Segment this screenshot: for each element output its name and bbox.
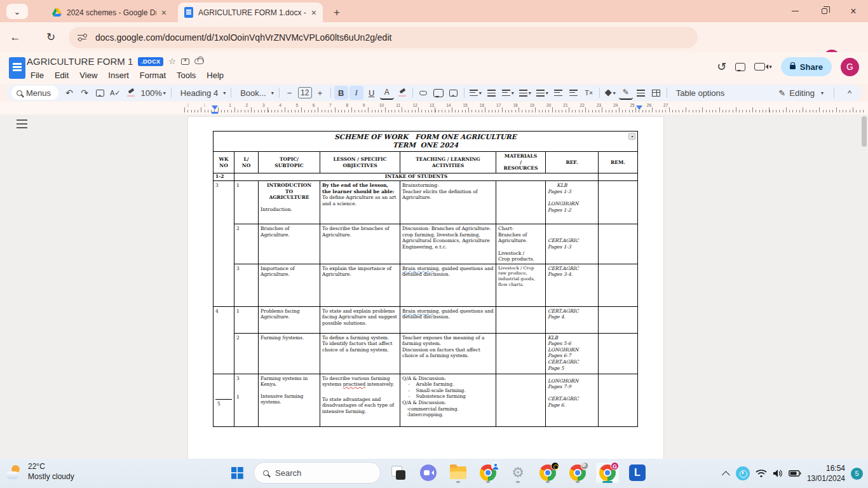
toolbar-search-menus[interactable]: Menus [11,86,58,100]
font-family-select[interactable]: Book...▾ [234,86,275,100]
taskbar-chrome-profile-dark[interactable] [536,462,560,484]
account-avatar[interactable]: G [841,58,859,76]
document-outline-icon[interactable] [17,119,27,128]
tab-search-button[interactable]: ⌄ [6,4,28,19]
version-history-icon[interactable]: ↺ [717,60,726,74]
meet-dropdown-icon[interactable]: ▾ [769,64,772,70]
docs-toolbar: Menus ↶ ↷ A✓ 100%▾ Heading 4▾ Book...▾ −… [6,85,862,101]
meet-camera-icon[interactable] [754,63,765,71]
window-close-button[interactable]: × [839,0,868,22]
taskbar-file-explorer[interactable] [446,462,470,484]
window-minimize-button[interactable] [780,0,810,22]
scheme-of-work-table[interactable]: SCHEME OF WORK FORM ONE AGRICULTURE TERM… [213,131,638,427]
right-indent-marker[interactable] [636,105,642,113]
increase-indent-icon[interactable] [567,86,581,100]
menu-view[interactable]: View [76,70,101,81]
border-width-icon[interactable] [634,86,648,100]
checklist-icon[interactable]: ▾ [500,86,516,100]
bulleted-list-icon[interactable]: ▾ [517,86,533,100]
taskbar-chrome-profile-globe[interactable] [566,462,590,484]
tray-date[interactable]: 13/01/2024 [807,473,845,484]
add-comment-icon[interactable] [431,86,445,100]
border-color-icon[interactable]: ✎ [619,86,633,100]
back-button[interactable]: ← [6,29,24,46]
menu-insert[interactable]: Insert [104,70,133,81]
paint-format-icon[interactable] [124,86,138,100]
align-icon[interactable]: ▾ [468,86,484,100]
scrollbar-thumb[interactable] [862,116,867,147]
comments-icon[interactable] [735,63,745,71]
document-status-cloud-icon[interactable] [194,58,204,64]
highlight-color-icon[interactable] [395,86,409,100]
cell-materials [496,333,546,374]
share-button[interactable]: Share [781,57,832,76]
spellcheck-icon[interactable]: A✓ [108,86,123,100]
volume-icon[interactable] [773,469,783,478]
reload-button[interactable]: ↻ [42,29,60,46]
menu-edit[interactable]: Edit [51,70,72,81]
insert-image-icon[interactable] [447,86,461,100]
underline-icon[interactable]: U [365,86,379,100]
window-restore-button[interactable] [810,0,839,22]
move-to-folder-icon[interactable] [181,58,189,65]
taskbar-search-box[interactable]: Search [254,462,381,484]
menu-help[interactable]: Help [203,70,227,81]
menu-file[interactable]: File [27,70,48,81]
taskbar-settings-gears[interactable]: ⚙ [506,462,530,484]
taskbar-chrome-profile-person[interactable] [476,462,500,484]
font-size-increase[interactable]: + [313,86,327,100]
font-size-input[interactable]: 12 [298,87,312,98]
print-icon[interactable] [93,86,107,100]
url-omnibox[interactable]: docs.google.com/document/d/1xolOoinVqhVr… [69,27,698,48]
zoom-select[interactable]: 100%▾ [139,86,168,100]
ruler-number: 2 [187,103,189,107]
notification-count-badge[interactable]: 5 [851,468,863,480]
taskbar-weather-widget[interactable]: 22°C Mostly cloudy [6,462,74,482]
text-color-icon[interactable]: A [380,86,394,100]
document-page[interactable]: SCHEME OF WORK FORM ONE AGRICULTURE TERM… [187,116,664,459]
taskbar-task-view[interactable] [386,462,410,484]
clear-formatting-icon[interactable]: T× [582,86,596,100]
col-header-lno: L/ NO [234,151,259,173]
table-row-w3l2: 2 Branches of Agriculture. To describe t… [214,224,638,264]
taskbar-chrome-profile-g-active[interactable]: G [595,462,620,484]
left-margin-marker[interactable] [212,112,218,114]
tab-close-icon[interactable]: × [311,8,316,18]
tray-clock-app-icon[interactable] [736,466,750,480]
fill-color-icon[interactable]: ▾ [603,86,618,100]
taskbar-l-app[interactable]: L [625,462,649,484]
table-borders-icon[interactable] [649,86,663,100]
tab-google-drive[interactable]: 2024 schemes - Google Drive × [46,3,173,22]
bold-icon[interactable]: B [334,86,348,100]
battery-icon[interactable] [789,470,801,477]
taskbar-chat[interactable] [416,462,440,484]
tray-overflow-chevron-icon[interactable] [722,471,730,479]
site-info-icon[interactable] [78,34,88,41]
tab-close-icon[interactable]: × [161,8,166,18]
wifi-icon[interactable] [756,469,767,478]
editing-mode-select[interactable]: ✎Editing▾ [776,86,825,100]
insert-link-icon[interactable] [416,86,430,100]
menu-tools[interactable]: Tools [173,70,200,81]
tab-agriculture-docs[interactable]: AGRICULTURE FORM 1.docx - G × [178,3,323,22]
paragraph-style-select[interactable]: Heading 4▾ [175,86,227,100]
col-header-wk: WK NO [214,151,234,173]
document-title[interactable]: AGRICULTURE FORM 1 [27,56,133,67]
menu-format[interactable]: Format [136,70,170,81]
font-size-decrease[interactable]: − [283,86,297,100]
italic-icon[interactable]: I [349,86,363,100]
tray-time[interactable]: 16:54 [807,463,845,473]
start-button[interactable] [226,462,248,484]
undo-icon[interactable]: ↶ [62,86,76,100]
decrease-indent-icon[interactable] [552,86,566,100]
docs-file-icon[interactable] [9,57,25,79]
new-tab-button[interactable]: + [329,5,344,20]
numbered-list-icon[interactable]: ▾ [534,86,550,100]
table-quick-menu-button[interactable]: ▾ [628,133,635,140]
intake-week: 1-2 [214,173,234,181]
table-options-button[interactable]: Table options [670,86,731,100]
redo-icon[interactable]: ↷ [78,86,92,100]
hide-menus-caret-icon[interactable]: ^ [843,86,857,100]
line-spacing-icon[interactable] [485,86,499,100]
star-document-icon[interactable]: ☆ [168,57,176,66]
